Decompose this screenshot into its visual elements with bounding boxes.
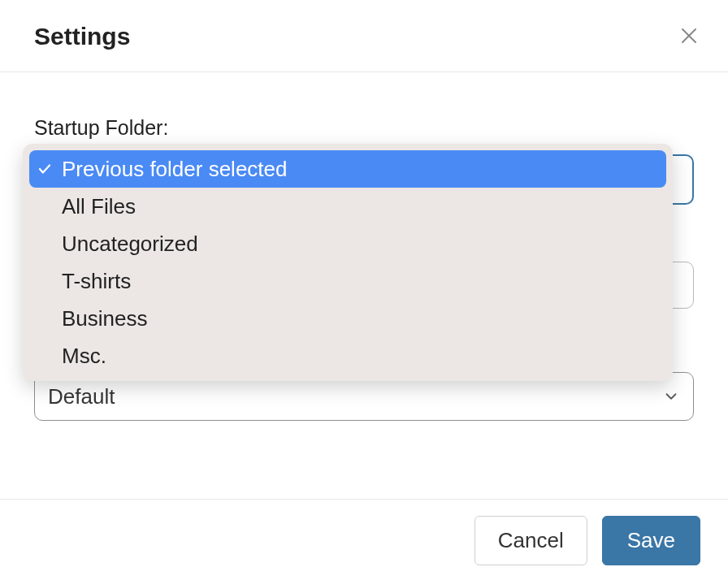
dropdown-option[interactable]: Business [29,300,666,337]
startup-folder-label: Startup Folder: [34,116,694,140]
cancel-button[interactable]: Cancel [474,516,587,565]
dropdown-option-label: Business [62,306,148,331]
modal-header: Settings [0,0,728,72]
dropdown-option-label: T-shirts [62,269,131,294]
dropdown-option-label: Uncategorized [62,232,198,257]
dropdown-option[interactable]: All Files [29,188,666,225]
chevron-down-icon [662,387,680,405]
dropdown-option-label: Msc. [62,344,106,369]
startup-folder-dropdown: Previous folder selectedAll FilesUncateg… [23,144,673,381]
dropdown-option[interactable]: Uncategorized [29,225,666,262]
dropdown-option[interactable]: Previous folder selected [29,150,666,188]
dropdown-option-label: All Files [62,194,136,219]
modal-footer: Cancel Save [0,499,728,580]
secondary-select-value: Default [48,384,115,409]
save-button[interactable]: Save [602,516,700,565]
page-title: Settings [34,23,130,50]
close-icon[interactable] [679,24,699,50]
modal-body: Startup Folder: Default Previous folder … [0,72,728,421]
dropdown-option[interactable]: Msc. [29,337,666,374]
check-icon [36,162,54,176]
dropdown-option-label: Previous folder selected [62,157,287,182]
dropdown-option[interactable]: T-shirts [29,262,666,300]
